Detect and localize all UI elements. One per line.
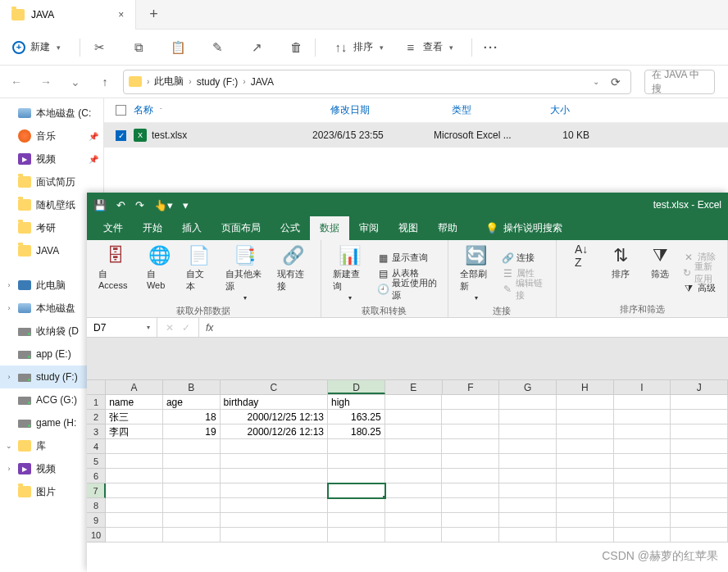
new-tab-button[interactable]: + (136, 6, 171, 23)
tab-data[interactable]: 数据 (310, 216, 349, 240)
column-header-size[interactable]: 大小 (550, 103, 616, 117)
refresh-all-button[interactable]: 🔄全部刷新▾ (457, 243, 496, 303)
save-icon[interactable]: 💾 (93, 199, 107, 211)
tab-formula[interactable]: 公式 (271, 216, 310, 240)
from-access-button[interactable]: 🗄自 Access (95, 243, 137, 303)
copy-button[interactable]: ⧉ (131, 40, 146, 55)
tell-me-input[interactable]: 💡操作说明搜索 (477, 216, 571, 240)
explorer-tab-java[interactable]: JAVA × (0, 0, 136, 30)
nav-recent-button[interactable]: ⌄ (64, 75, 87, 89)
cell-d3[interactable]: 180.25 (328, 424, 385, 439)
sidebar-item-resume[interactable]: 面试简历 (0, 170, 103, 193)
col-header-b[interactable]: B (163, 380, 221, 394)
column-header-row: 名称ˇ 修改日期 类型 大小 (104, 98, 728, 123)
cut-button[interactable]: ✂ (92, 40, 107, 55)
edit-links-button[interactable]: ✎编辑链接 (502, 282, 548, 297)
cell-a1[interactable]: name (106, 395, 163, 410)
tab-view[interactable]: 视图 (389, 216, 428, 240)
explorer-tab-bar: JAVA × + (0, 0, 728, 30)
touch-mode-icon[interactable]: 👆▾ (154, 199, 173, 211)
nav-up-button[interactable]: ↑ (93, 75, 116, 89)
spreadsheet-grid[interactable]: A B C D E F G H I J 1 name age birthday … (87, 380, 728, 572)
breadcrumb[interactable]: › 此电脑 › study (F:) › JAVA ⌄ ⟳ (123, 70, 631, 94)
cell-c2[interactable]: 2000/12/25 12:13 (221, 410, 328, 424)
connections-button[interactable]: 🔗连接 (502, 251, 548, 266)
col-header-h[interactable]: H (557, 380, 614, 394)
refresh-button[interactable]: ⟳ (606, 75, 626, 89)
qat-customize-icon[interactable]: ▾ (183, 199, 189, 211)
tab-home[interactable]: 开始 (133, 216, 172, 240)
paste-button[interactable]: 📋 (171, 40, 185, 55)
sort-asc-button[interactable]: A↓Z (565, 243, 598, 302)
cell-d1[interactable]: high (328, 395, 385, 410)
show-query-button[interactable]: ▦显示查询 (377, 251, 439, 266)
column-header-type[interactable]: 类型 (452, 103, 550, 117)
existing-conn-button[interactable]: 🔗现有连接 (274, 243, 312, 303)
new-button[interactable]: + 新建 ▾ (5, 34, 68, 60)
search-input[interactable]: 在 JAVA 中搜 (644, 70, 715, 94)
undo-icon[interactable]: ↶ (116, 199, 125, 211)
fx-icon[interactable]: fx (199, 322, 220, 334)
col-header-e[interactable]: E (385, 380, 443, 394)
file-row[interactable]: ✓ Xtest.xlsx 2023/6/15 23:55 Microsoft E… (104, 123, 728, 148)
sidebar-item-localdisk-c[interactable]: 本地磁盘 (C: (0, 102, 103, 125)
cell-b2[interactable]: 18 (163, 410, 221, 424)
filter-button[interactable]: ⧩筛选 (644, 243, 676, 302)
col-header-a[interactable]: A (106, 380, 163, 394)
more-button[interactable]: ··· (484, 40, 498, 55)
excel-titlebar[interactable]: 💾 ↶ ↷ 👆▾ ▾ test.xlsx - Excel (87, 193, 728, 217)
sidebar-item-music[interactable]: 音乐📌 (0, 125, 103, 148)
view-button[interactable]: ≡ 查看 ▾ (397, 35, 460, 60)
ribbon-gap (87, 338, 728, 380)
cell-b3[interactable]: 19 (163, 424, 221, 439)
cell-a3[interactable]: 李四 (106, 424, 163, 439)
tab-help[interactable]: 帮助 (428, 216, 467, 240)
cell-b1[interactable]: age (163, 395, 221, 410)
name-box[interactable]: D7▾ (87, 318, 157, 337)
col-header-f[interactable]: F (443, 380, 500, 394)
nav-back-button[interactable]: ← (5, 75, 28, 89)
tab-review[interactable]: 审阅 (349, 216, 389, 240)
col-header-d[interactable]: D (328, 380, 385, 394)
delete-button[interactable]: 🗑 (289, 40, 303, 55)
close-icon[interactable]: × (118, 9, 124, 20)
cell-c1[interactable]: birthday (221, 395, 328, 410)
share-button[interactable]: ↗ (249, 40, 264, 55)
excel-window: 💾 ↶ ↷ 👆▾ ▾ test.xlsx - Excel 文件 开始 插入 页面… (87, 193, 728, 572)
cell-a2[interactable]: 张三 (106, 410, 163, 424)
enter-icon[interactable]: ✓ (182, 322, 190, 334)
redo-icon[interactable]: ↷ (135, 199, 144, 211)
select-all-checkbox[interactable] (116, 105, 126, 116)
col-header-c[interactable]: C (221, 380, 329, 394)
from-text-button[interactable]: 📄自文本 (183, 243, 216, 303)
sort-button[interactable]: ↑↓ 排序 ▾ (327, 35, 390, 60)
active-cell[interactable] (328, 483, 385, 498)
sort-icon: ↑↓ (334, 40, 348, 55)
new-query-button[interactable]: 📊新建查 询▾ (330, 243, 371, 303)
select-all-cell[interactable] (87, 380, 106, 394)
tab-insert[interactable]: 插入 (172, 216, 212, 240)
from-web-button[interactable]: 🌐自 Web (143, 243, 176, 303)
rename-button[interactable]: ✎ (210, 40, 225, 55)
recent-sources-button[interactable]: 🕘最近使用的源 (377, 282, 439, 297)
col-header-i[interactable]: I (614, 380, 671, 394)
advanced-button[interactable]: ⧩高级 (683, 281, 719, 296)
cell-d2[interactable]: 163.25 (328, 410, 385, 424)
reapply-button[interactable]: ↻重新应用 (683, 266, 719, 280)
col-header-g[interactable]: G (499, 380, 557, 394)
cell-c3[interactable]: 2000/12/26 12:13 (221, 424, 328, 439)
column-header-date[interactable]: 修改日期 (330, 103, 452, 117)
sidebar-item-video[interactable]: ▶视频📌 (0, 148, 103, 170)
tab-file[interactable]: 文件 (93, 216, 133, 240)
tab-layout[interactable]: 页面布局 (212, 216, 271, 240)
col-header-j[interactable]: J (671, 380, 728, 394)
folder-icon (11, 9, 25, 20)
column-header-name[interactable]: 名称ˇ (134, 103, 330, 117)
sort-button[interactable]: ⇅排序 (604, 243, 637, 302)
view-icon: ≡ (403, 40, 418, 55)
nav-forward-button[interactable]: → (34, 75, 57, 89)
chevron-down-icon[interactable]: ⌄ (593, 77, 599, 86)
file-checkbox[interactable]: ✓ (116, 130, 126, 141)
cancel-icon[interactable]: ✕ (166, 322, 174, 334)
from-other-button[interactable]: 📑自其他来源▾ (222, 243, 268, 303)
